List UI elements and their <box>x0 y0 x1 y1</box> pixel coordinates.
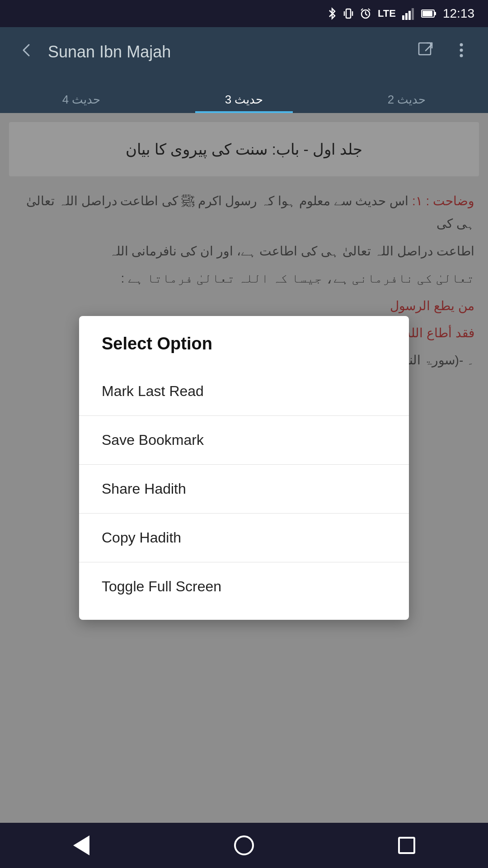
content-area: جلد اول - باب: سنت کی پیروی کا بیان وضاح… <box>0 113 488 823</box>
select-option-dialog: Select Option Mark Last Read Save Bookma… <box>79 316 409 620</box>
svg-rect-13 <box>422 11 432 16</box>
tab-bar: حدیث 4 حدیث 3 حدیث 2 <box>0 77 488 113</box>
nav-back-button[interactable] <box>63 827 99 863</box>
vibrate-icon <box>343 7 353 20</box>
svg-rect-10 <box>408 11 411 20</box>
svg-line-5 <box>366 14 367 15</box>
app-bar: Sunan Ibn Majah <box>0 27 488 77</box>
share-hadith-option[interactable]: Share Hadith <box>79 465 409 513</box>
status-time: 12:13 <box>443 6 474 21</box>
back-triangle-icon <box>73 835 89 855</box>
svg-rect-0 <box>346 9 351 18</box>
app-title: Sunan Ibn Majah <box>48 42 404 61</box>
svg-point-17 <box>460 43 463 46</box>
alarm-icon <box>360 7 371 20</box>
save-bookmark-option[interactable]: Save Bookmark <box>79 416 409 464</box>
svg-rect-8 <box>402 15 404 20</box>
lte-icon: LTE <box>378 8 396 19</box>
share-button[interactable] <box>413 37 439 67</box>
nav-home-button[interactable] <box>226 827 262 863</box>
bottom-navigation <box>0 823 488 868</box>
svg-point-19 <box>460 54 463 57</box>
svg-rect-14 <box>434 12 436 15</box>
svg-rect-9 <box>405 13 408 20</box>
signal-icon <box>402 7 415 20</box>
nav-recents-button[interactable] <box>389 827 425 863</box>
bluetooth-icon <box>327 7 337 20</box>
home-circle-icon <box>234 835 254 855</box>
dialog-title: Select Option <box>79 334 409 367</box>
tab-hadith-2[interactable]: حدیث 2 <box>325 85 488 113</box>
app-bar-actions <box>413 37 474 67</box>
svg-line-7 <box>368 9 370 10</box>
svg-rect-15 <box>419 43 431 55</box>
more-options-button[interactable] <box>448 37 474 67</box>
status-icons: LTE 12:13 <box>327 6 474 21</box>
recents-square-icon <box>398 837 415 854</box>
status-bar: LTE 12:13 <box>0 0 488 27</box>
mark-last-read-option[interactable]: Mark Last Read <box>79 367 409 415</box>
svg-point-18 <box>460 48 463 52</box>
svg-rect-11 <box>412 8 414 20</box>
tab-hadith-4[interactable]: حدیث 4 <box>0 85 163 113</box>
tab-hadith-3[interactable]: حدیث 3 <box>163 85 325 113</box>
toggle-fullscreen-option[interactable]: Toggle Full Screen <box>79 562 409 611</box>
svg-line-6 <box>361 9 363 10</box>
back-button[interactable] <box>14 38 39 67</box>
battery-icon <box>421 9 436 19</box>
copy-hadith-option[interactable]: Copy Hadith <box>79 514 409 562</box>
